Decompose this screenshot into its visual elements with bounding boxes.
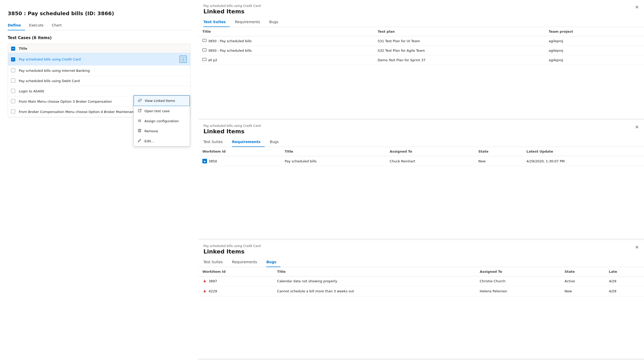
linked-items-panel-requirements: Pay scheduled bills using Credit Card Li… xyxy=(198,120,644,240)
panel-content: WorkItem Id Title Assigned To State Late xyxy=(198,267,644,358)
col-workitem-id-header: WorkItem Id xyxy=(198,267,273,276)
svg-line-10 xyxy=(205,281,206,281)
suite-icon xyxy=(202,48,207,52)
panel-subtitle: Pay scheduled bills using Credit Card xyxy=(203,4,639,8)
bugs-table: WorkItem Id Title Assigned To State Late xyxy=(198,267,644,296)
panel-tab-requirements[interactable]: Requirements xyxy=(232,138,265,147)
row-team-project-cell: agileproj xyxy=(545,36,644,46)
table-row[interactable]: Pay scheduled bills using Internet Banki… xyxy=(8,66,190,76)
row-title: Login to AS400 xyxy=(19,89,187,93)
panel-tab-requirements[interactable]: Requirements xyxy=(235,18,264,27)
svg-rect-1 xyxy=(138,121,141,121)
panel-header: Pay scheduled bills using Credit Card Li… xyxy=(198,120,644,147)
bug-icon xyxy=(202,279,207,284)
panel-tabs: Test Suites Requirements Bugs xyxy=(203,138,639,147)
panel-close-button[interactable]: ✕ xyxy=(633,124,640,131)
svg-rect-3 xyxy=(203,39,206,42)
kebab-button[interactable]: ⋮ xyxy=(179,56,187,63)
table-row[interactable]: Pay scheduled bills using Debit Card xyxy=(8,76,190,86)
row-title-cell: 3850 : Pay scheduled bills xyxy=(198,46,374,55)
assign-config-label: Assign configuration xyxy=(144,119,179,123)
row-checkbox-col xyxy=(11,99,19,104)
row-checkbox[interactable] xyxy=(11,68,15,72)
table-header-row: Title xyxy=(8,44,190,53)
panel-tab-bugs[interactable]: Bugs xyxy=(269,18,282,27)
context-menu: View Linked Items Open test case Assign … xyxy=(133,95,190,146)
row-title-cell: 3850 : Pay scheduled bills xyxy=(198,36,374,46)
context-menu-remove[interactable]: Remove xyxy=(134,126,190,136)
row-checkbox[interactable] xyxy=(11,89,15,93)
context-menu-edit[interactable]: Edit... xyxy=(134,136,190,146)
table-row[interactable]: Login to AS400 xyxy=(8,86,190,96)
linked-items-panel-bugs: Pay scheduled bills using Credit Card Li… xyxy=(198,240,644,360)
data-row[interactable]: ▪ 3850 Pay scheduled bills Chuck Reinhar… xyxy=(198,156,644,166)
data-row[interactable]: 3850 : Pay scheduled bills S32 Test Plan… xyxy=(198,46,644,55)
row-late-cell: 4/29 xyxy=(605,286,644,296)
edit-icon xyxy=(137,139,142,144)
row-checkbox[interactable] xyxy=(11,109,15,113)
panel-close-button[interactable]: ✕ xyxy=(633,4,640,11)
row-workitem-id-cell: ▪ 3850 xyxy=(198,156,281,166)
row-checkbox[interactable] xyxy=(11,99,15,103)
row-state-cell: New xyxy=(474,156,522,166)
panel-tab-bugs[interactable]: Bugs xyxy=(266,258,280,267)
svg-rect-5 xyxy=(203,58,206,61)
table-row[interactable]: Pay scheduled bills using Credit Card ⋮ xyxy=(8,53,190,66)
context-menu-open-test-case[interactable]: Open test case xyxy=(134,106,190,116)
tab-chart[interactable]: Chart xyxy=(52,21,66,30)
svg-line-19 xyxy=(205,292,206,292)
header-checkbox-col xyxy=(11,46,19,51)
svg-point-7 xyxy=(204,281,205,282)
row-team-project-cell: agileproj xyxy=(545,55,644,65)
panel-close-button[interactable]: ✕ xyxy=(633,244,640,251)
row-checkbox-col xyxy=(11,109,19,114)
context-menu-assign-config[interactable]: Assign configuration xyxy=(134,116,190,126)
panel-tab-test-suites[interactable]: Test Suites xyxy=(203,258,227,267)
row-title-cell: Calendar data not showing properly xyxy=(273,276,476,286)
tab-define[interactable]: Define xyxy=(8,21,25,30)
bug-icon xyxy=(202,289,207,294)
tab-execute[interactable]: Execute xyxy=(29,21,48,30)
svg-line-18 xyxy=(204,292,204,292)
row-checkbox[interactable] xyxy=(11,57,15,62)
col-title-header: Title xyxy=(19,47,27,50)
panel-tab-bugs[interactable]: Bugs xyxy=(270,138,283,147)
context-menu-view-linked[interactable]: View Linked Items xyxy=(134,95,190,106)
workitem-icon: ▪ xyxy=(202,159,207,163)
row-assigned-to-cell: Helena Petersen xyxy=(476,286,561,296)
open-test-case-label: Open test case xyxy=(144,109,170,113)
svg-rect-0 xyxy=(138,120,141,120)
trash-icon xyxy=(137,129,142,134)
col-assigned-to-header: Assigned To xyxy=(476,267,561,276)
svg-point-14 xyxy=(204,291,205,292)
row-checkbox-col xyxy=(11,57,19,62)
row-checkbox-col xyxy=(11,68,19,73)
row-checkbox[interactable] xyxy=(11,78,15,83)
row-test-plan-cell: Demo Test Plan for Sprint 37 xyxy=(374,55,545,65)
select-all-checkbox[interactable] xyxy=(11,47,15,51)
panel-tab-test-suites[interactable]: Test Suites xyxy=(203,18,230,27)
panel-title: Linked Items xyxy=(203,8,639,15)
svg-rect-2 xyxy=(138,121,141,122)
svg-line-17 xyxy=(205,291,206,291)
panel-tab-requirements[interactable]: Requirements xyxy=(232,258,261,267)
row-title-cell: Cannot schedule a bill more than 3 weeks… xyxy=(273,286,476,296)
row-state-cell: New xyxy=(561,286,605,296)
svg-line-11 xyxy=(204,282,204,282)
panel-tab-test-suites[interactable]: Test Suites xyxy=(203,138,227,147)
list-icon xyxy=(137,119,142,124)
remove-label: Remove xyxy=(144,129,158,133)
row-title-cell: all p2 xyxy=(198,55,374,65)
data-row[interactable]: all p2 Demo Test Plan for Sprint 37 agil… xyxy=(198,55,644,65)
col-late-header: Late xyxy=(605,267,644,276)
data-row[interactable]: 4229 Cannot schedule a bill more than 3 … xyxy=(198,286,644,296)
col-latest-update-header: Latest Update xyxy=(522,147,644,156)
panel-header: Pay scheduled bills using Credit Card Li… xyxy=(198,0,644,27)
col-state-header: State xyxy=(561,267,605,276)
col-title-header: Title xyxy=(198,27,374,36)
panel-subtitle: Pay scheduled bills using Credit Card xyxy=(203,124,639,128)
data-row[interactable]: 3850 : Pay scheduled bills S31 Test Plan… xyxy=(198,36,644,46)
data-row[interactable]: 3897 Calendar data not showing properly … xyxy=(198,276,644,286)
panel-content: WorkItem Id Title Assigned To State Late… xyxy=(198,147,644,238)
panel-title: Linked Items xyxy=(203,128,639,135)
